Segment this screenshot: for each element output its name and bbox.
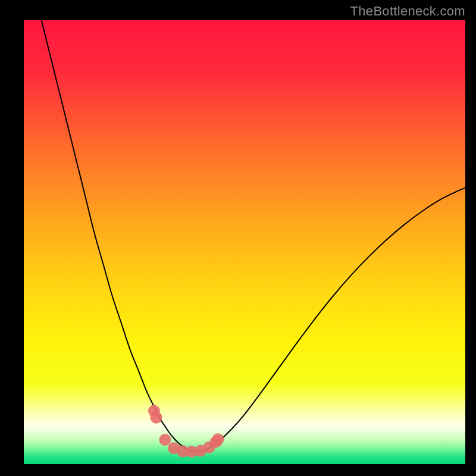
gradient-rect (24, 20, 465, 464)
chart-svg (24, 20, 465, 464)
watermark-text: TheBottleneck.com (350, 4, 465, 19)
plot-area (24, 20, 465, 464)
marker-point (159, 434, 171, 446)
marker-point (212, 433, 224, 445)
chart-frame: TheBottleneck.com (0, 0, 476, 476)
marker-point (151, 412, 162, 424)
